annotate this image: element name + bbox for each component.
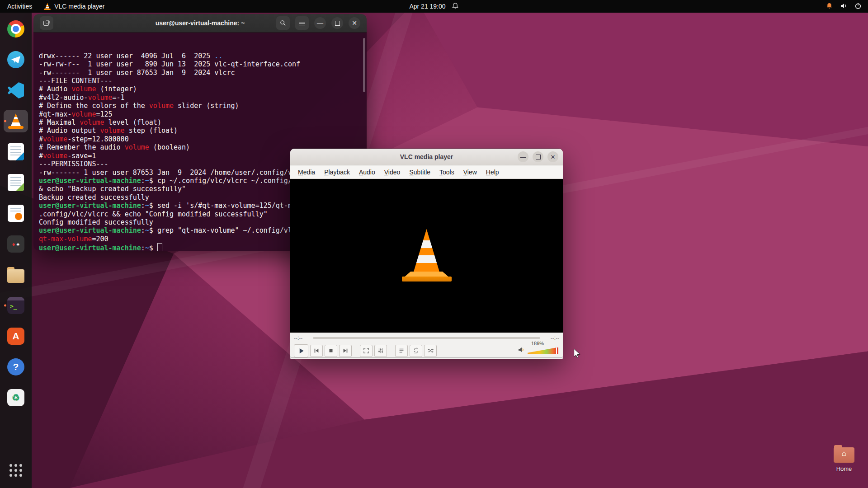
vlc-titlebar[interactable]: VLC media player — ✕	[290, 149, 563, 165]
play-icon	[298, 347, 305, 354]
help-icon: ?	[7, 358, 24, 375]
remaining-time: --:--	[544, 335, 559, 341]
dock-item-telegram[interactable]	[4, 48, 28, 71]
menu-subtitle[interactable]: Subtitle	[405, 167, 434, 177]
vlc-minimize-button[interactable]: —	[518, 151, 528, 162]
vlc-cone-logo	[402, 229, 452, 282]
dock: ♦♠ >_ A ? ♻	[0, 13, 32, 488]
power-icon[interactable]	[854, 2, 862, 11]
loop-icon	[413, 347, 419, 354]
terminal-titlebar[interactable]: user@user-virtual-machine: ~ — ✕	[33, 14, 367, 33]
maximize-icon	[335, 21, 340, 26]
libreoffice-writer-icon	[8, 143, 24, 160]
playlist-button[interactable]	[395, 345, 408, 357]
vlc-cone-icon	[44, 3, 51, 10]
stop-icon	[328, 347, 334, 354]
vlc-maximize-button[interactable]	[533, 151, 543, 162]
vlc-controls: --:-- --:--	[290, 333, 563, 359]
chrome-icon	[7, 20, 24, 38]
cone-base	[402, 277, 452, 282]
fullscreen-button[interactable]	[360, 345, 373, 357]
hamburger-icon	[299, 21, 305, 26]
dock-item-chrome[interactable]	[4, 18, 28, 40]
volume-percent-label: 189%	[531, 341, 544, 346]
dock-item-vscode[interactable]	[4, 79, 28, 102]
next-button[interactable]	[339, 345, 352, 357]
minimize-icon: —	[520, 154, 526, 160]
terminal-close-button[interactable]: ✕	[349, 17, 360, 29]
dock-item-libreoffice-writer[interactable]	[4, 141, 28, 163]
menu-help[interactable]: Help	[482, 167, 503, 177]
stop-button[interactable]	[325, 345, 337, 357]
vlc-window: VLC media player — ✕ Media Playback Audi…	[290, 149, 563, 357]
close-icon: ✕	[352, 20, 357, 26]
telegram-icon	[7, 51, 24, 68]
menu-media[interactable]: Media	[294, 167, 319, 177]
ubuntu-software-icon: A	[7, 328, 24, 345]
files-folder-icon	[7, 269, 24, 283]
equalizer-icon	[377, 347, 384, 354]
running-indicator-dot	[4, 305, 6, 307]
vlc-close-button[interactable]: ✕	[547, 151, 558, 162]
volume-tray-icon[interactable]	[840, 2, 847, 11]
fullscreen-icon	[363, 347, 369, 354]
play-button[interactable]	[294, 344, 308, 357]
top-bar: Activities VLC media player Apr 21 19:00	[0, 0, 868, 13]
dock-item-files[interactable]	[4, 263, 28, 286]
terminal-search-button[interactable]	[276, 16, 290, 30]
home-folder-shortcut[interactable]: ⌂ Home	[831, 447, 857, 472]
minimize-icon: —	[317, 20, 323, 26]
previous-button[interactable]	[310, 345, 323, 357]
dock-item-terminal[interactable]: >_	[4, 294, 28, 317]
vlc-icon	[8, 113, 24, 129]
terminal-icon: >_	[7, 297, 24, 314]
menu-tools[interactable]: Tools	[435, 167, 458, 177]
dock-item-help[interactable]: ?	[4, 356, 28, 378]
home-folder-label: Home	[831, 465, 857, 472]
tray-notification-icon[interactable]	[826, 2, 833, 10]
terminal-minimize-button[interactable]: —	[314, 17, 326, 29]
loop-button[interactable]	[410, 345, 422, 357]
shuffle-icon	[427, 347, 434, 354]
new-tab-button[interactable]	[40, 16, 53, 30]
house-icon: ⌂	[834, 450, 854, 457]
dock-item-ubuntu-software[interactable]: A	[4, 325, 28, 347]
seek-slider[interactable]	[313, 337, 540, 339]
libreoffice-calc-icon	[8, 174, 24, 191]
activities-button[interactable]: Activities	[7, 3, 32, 10]
previous-icon	[313, 347, 320, 354]
focused-app-indicator[interactable]: VLC media player	[44, 3, 104, 10]
menu-playback[interactable]: Playback	[320, 167, 354, 177]
random-button[interactable]	[424, 345, 437, 357]
vlc-menubar: Media Playback Audio Video Subtitle Tool…	[290, 165, 563, 179]
libreoffice-impress-icon	[8, 205, 24, 222]
menu-audio[interactable]: Audio	[355, 167, 379, 177]
menu-view[interactable]: View	[459, 167, 481, 177]
game-icon: ♦♠	[7, 235, 24, 253]
tabs-icon	[43, 20, 50, 26]
extended-settings-button[interactable]	[374, 345, 387, 357]
dock-item-libreoffice-calc[interactable]	[4, 171, 28, 194]
dock-item-vlc[interactable]	[4, 110, 28, 132]
notification-bell-icon[interactable]	[452, 2, 459, 10]
dock-item-software-updater[interactable]: ♻	[4, 386, 28, 409]
maximize-icon	[536, 155, 541, 160]
dock-item-game[interactable]: ♦♠	[4, 233, 28, 255]
next-icon	[342, 347, 349, 354]
show-applications-button[interactable]	[4, 459, 28, 482]
elapsed-time: --:--	[294, 335, 309, 341]
terminal-maximize-button[interactable]	[331, 17, 343, 29]
speaker-icon[interactable]	[518, 346, 525, 355]
terminal-scrollbar-thumb[interactable]	[363, 38, 365, 92]
terminal-menu-button[interactable]	[295, 16, 309, 30]
vlc-video-area[interactable]	[290, 179, 563, 333]
volume-slider-handle[interactable]	[556, 347, 557, 354]
menu-video[interactable]: Video	[380, 167, 405, 177]
home-folder-icon: ⌂	[834, 447, 854, 463]
cone-body	[412, 229, 442, 272]
desktop: Activities VLC media player Apr 21 19:00	[0, 0, 868, 488]
volume-slider[interactable]	[528, 347, 558, 354]
clock-button[interactable]: Apr 21 19:00	[409, 3, 445, 10]
dock-item-libreoffice-impress[interactable]	[4, 202, 28, 225]
search-icon	[280, 20, 286, 26]
